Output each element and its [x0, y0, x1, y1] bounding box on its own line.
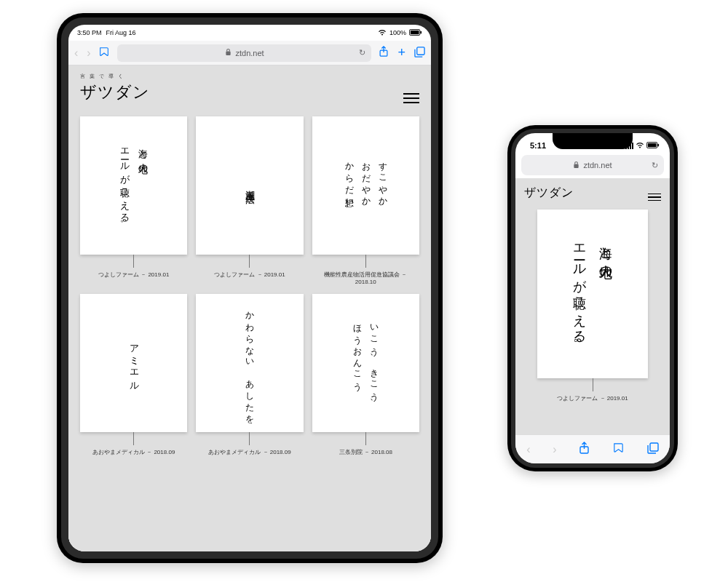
ipad-screen: 3:50 PM Fri Aug 16 100% ‹ ›	[68, 25, 431, 551]
new-tab-icon[interactable]: +	[397, 45, 405, 60]
lock-icon	[573, 161, 579, 170]
card-text: 海と大地の エールが聴こえる。	[116, 142, 151, 230]
card-caption: 三条別院 － 2018.08	[339, 448, 392, 456]
card-caption: つよしファーム － 2019.01	[214, 271, 285, 279]
card-text: 海と大地の エールが聴こえる。	[566, 236, 619, 352]
iphone-notch	[553, 133, 633, 149]
menu-icon[interactable]	[648, 194, 661, 202]
svg-rect-9	[574, 164, 579, 167]
share-icon[interactable]	[379, 46, 389, 60]
card-item[interactable]: アミエル あおやまメディカル － 2018.09	[80, 294, 187, 456]
svg-rect-11	[650, 443, 658, 451]
battery-icon	[646, 142, 660, 150]
card-item[interactable]: 海と大地の エールが聴こえる。 つよしファーム － 2019.01	[80, 116, 187, 285]
card-grid: 海と大地の エールが聴こえる。 つよしファーム － 2019.01 潮風農法 つ…	[68, 108, 431, 456]
svg-rect-5	[417, 47, 424, 54]
menu-icon[interactable]	[403, 93, 419, 103]
tabs-icon[interactable]	[414, 47, 425, 60]
site-tagline: 言 葉 で 導 く	[80, 73, 150, 80]
iphone-safari-toolbar: ‹ ›	[515, 434, 670, 463]
ipad-address-text: ztdn.net	[236, 49, 264, 57]
card-stem	[593, 378, 593, 391]
ipad-bezel: 3:50 PM Fri Aug 16 100% ‹ ›	[61, 17, 438, 559]
forward-icon[interactable]: ›	[87, 47, 90, 60]
card-stem	[365, 432, 366, 445]
ipad-address-bar[interactable]: ztdn.net ↻	[117, 44, 372, 62]
card-stem	[133, 255, 134, 268]
iphone-screen: 5:11 ztdn.net ↻	[515, 133, 670, 463]
iphone-web-page: ザツダン 海と大地の エールが聴こえる。 つよしファーム － 2019.01	[515, 178, 670, 434]
card-text: かわらない あしたを	[242, 306, 258, 420]
card-text: アミエル	[124, 338, 143, 388]
card-stem	[133, 432, 134, 445]
card-item[interactable]: すこやか、 おだやか、 からだ想い。 機能性農産物活用促進協議会 － 2018.…	[312, 116, 419, 285]
card-text: いこう、きこう、 ほうおんこう	[349, 318, 383, 408]
card-item[interactable]: 海と大地の エールが聴こえる。 つよしファーム － 2019.01	[515, 204, 670, 402]
card-text: すこやか、 おだやか、 からだ想い。	[341, 156, 390, 215]
reload-icon[interactable]: ↻	[359, 48, 365, 57]
forward-icon[interactable]: ›	[553, 443, 556, 456]
ipad-battery-text: 100%	[389, 29, 406, 36]
svg-rect-3	[226, 52, 230, 55]
ipad-device-frame: 3:50 PM Fri Aug 16 100% ‹ ›	[57, 13, 443, 563]
site-header: ザツダン	[515, 178, 670, 204]
card-stem	[365, 255, 366, 268]
ipad-safari-toolbar: ‹ › ztdn.net ↻ +	[68, 41, 431, 65]
reload-icon[interactable]: ↻	[652, 161, 658, 170]
svg-rect-8	[657, 143, 659, 146]
card-item[interactable]: かわらない あしたを あおやまメディカル － 2018.09	[196, 294, 303, 456]
ipad-status-bar: 3:50 PM Fri Aug 16 100%	[68, 25, 431, 41]
bookmarks-icon[interactable]	[612, 442, 625, 457]
card-stem	[249, 432, 250, 445]
card-text: 潮風農法	[241, 183, 259, 188]
wifi-icon	[378, 29, 387, 37]
battery-icon	[409, 29, 422, 37]
iphone-status-time: 5:11	[530, 141, 546, 150]
card-item[interactable]: いこう、きこう、 ほうおんこう 三条別院 － 2018.08	[312, 294, 419, 456]
back-icon[interactable]: ‹	[74, 47, 78, 60]
ipad-status-time: 3:50 PM	[77, 29, 102, 36]
back-icon[interactable]: ‹	[526, 443, 530, 456]
bookmarks-icon[interactable]	[98, 46, 110, 60]
iphone-device-frame: 5:11 ztdn.net ↻	[507, 125, 678, 471]
card-caption: あおやまメディカル － 2018.09	[92, 448, 175, 456]
card-caption: つよしファーム － 2019.01	[98, 271, 169, 279]
site-header: 言 葉 で 導 く ザツダン	[68, 65, 431, 108]
svg-rect-2	[420, 31, 422, 33]
card-caption: あおやまメディカル － 2018.09	[208, 448, 290, 456]
svg-rect-7	[648, 143, 657, 146]
card-caption: つよしファーム － 2019.01	[537, 394, 648, 402]
ipad-status-date: Fri Aug 16	[106, 29, 136, 36]
tabs-icon[interactable]	[647, 442, 659, 457]
iphone-bezel: 5:11 ztdn.net ↻	[511, 129, 674, 468]
iphone-address-text: ztdn.net	[583, 161, 612, 170]
site-logo-text[interactable]: ザツダン	[80, 81, 150, 103]
share-icon[interactable]	[579, 442, 590, 458]
ipad-web-page: 言 葉 で 導 く ザツダン 海と大地の エールが聴こえる。 つよしファーム －…	[68, 65, 431, 551]
svg-rect-1	[411, 30, 419, 33]
site-logo-text[interactable]: ザツダン	[524, 186, 574, 201]
card-item[interactable]: 潮風農法 つよしファーム － 2019.01	[196, 116, 303, 285]
wifi-icon	[636, 142, 644, 150]
card-caption: 機能性農産物活用促進協議会 － 2018.10	[314, 271, 416, 285]
iphone-address-bar[interactable]: ztdn.net ↻	[521, 155, 664, 175]
card-stem	[249, 255, 250, 268]
lock-icon	[225, 48, 232, 57]
